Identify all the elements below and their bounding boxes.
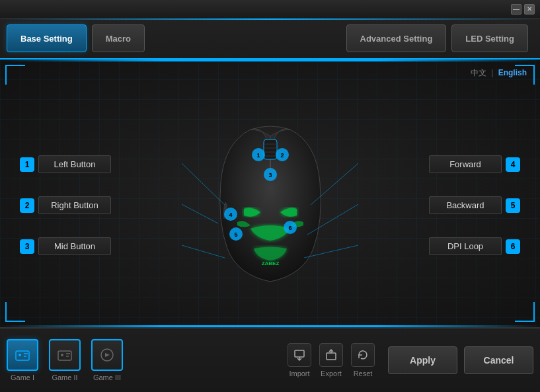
lang-en-button[interactable]: English [498, 68, 527, 77]
import-label: Import [288, 370, 311, 377]
lang-separator: | [491, 68, 493, 77]
button-4-label[interactable]: 4 Forward [429, 155, 520, 173]
button-4-name: Forward [429, 155, 502, 173]
profile-1-label: Game I [11, 373, 34, 381]
export-button[interactable] [319, 343, 343, 367]
macro-tab[interactable]: Macro [92, 24, 145, 52]
advanced-setting-tab[interactable]: Advanced Setting [346, 24, 447, 52]
action-buttons: Apply Cancel [388, 346, 533, 374]
button-5-num: 5 [506, 198, 520, 213]
svg-point-29 [61, 354, 63, 356]
profile-1-icon [7, 339, 38, 371]
svg-rect-28 [58, 351, 71, 360]
mouse-image: ZABEZ 1 2 3 4 5 6 [204, 116, 336, 288]
apply-button[interactable]: Apply [388, 346, 457, 374]
profile-game2[interactable]: Game II [49, 339, 81, 381]
minimize-button[interactable]: — [511, 4, 521, 15]
deco-top [0, 59, 540, 61]
button-6-name: DPI Loop [429, 237, 502, 255]
tools-row [288, 343, 375, 367]
button-5-name: Backward [429, 196, 502, 214]
svg-rect-24 [16, 351, 29, 360]
titlebar: — ✕ [0, 0, 540, 19]
svg-marker-33 [105, 353, 110, 357]
svg-rect-34 [295, 350, 304, 357]
svg-text:ZABEZ: ZABEZ [261, 260, 279, 266]
svg-text:2: 2 [280, 152, 284, 159]
import-button[interactable] [288, 343, 311, 367]
svg-text:1: 1 [256, 152, 260, 159]
corner-br [515, 302, 535, 322]
corner-tl [5, 65, 25, 85]
reset-button[interactable] [351, 343, 375, 367]
cancel-button[interactable]: Cancel [464, 346, 533, 374]
close-button[interactable]: ✕ [524, 4, 535, 15]
button-2-name: Right Button [38, 196, 111, 214]
profile-2-label: Game II [52, 373, 77, 381]
language-selector: 中文 | English [471, 67, 527, 79]
base-setting-tab[interactable]: Base Setting [7, 24, 87, 52]
button-1-name: Left Button [38, 155, 111, 173]
button-2-num: 2 [20, 198, 34, 213]
led-setting-tab[interactable]: LED Setting [451, 24, 528, 52]
bottombar: Game I Game II Game III [0, 327, 540, 392]
svg-point-25 [19, 354, 21, 356]
tools-labels: Import Export Reset [288, 370, 375, 377]
top-navigation: Base Setting Macro Advanced Setting LED … [0, 19, 540, 59]
svg-rect-36 [327, 353, 336, 360]
button-1-label[interactable]: 1 Left Button [20, 155, 111, 173]
svg-text:6: 6 [288, 225, 291, 231]
profile-2-icon [49, 339, 81, 371]
lang-cn-button[interactable]: 中文 [471, 68, 486, 77]
svg-text:5: 5 [234, 231, 237, 238]
button-3-label[interactable]: 3 Mid Button [20, 237, 111, 255]
button-6-num: 6 [506, 239, 520, 254]
profile-3-label: Game III [93, 373, 121, 381]
export-label: Export [319, 370, 343, 377]
main-area: 中文 | English [0, 59, 540, 327]
button-5-label[interactable]: 5 Backward [429, 196, 520, 214]
button-6-label[interactable]: 6 DPI Loop [429, 237, 520, 255]
button-2-label[interactable]: 2 Right Button [20, 196, 111, 214]
corner-bl [5, 302, 25, 322]
button-3-num: 3 [20, 239, 34, 254]
profile-game1[interactable]: Game I [7, 339, 38, 381]
svg-text:3: 3 [268, 172, 272, 178]
button-4-num: 4 [506, 157, 520, 172]
button-1-num: 1 [20, 157, 34, 172]
reset-label: Reset [351, 370, 375, 377]
button-3-name: Mid Button [38, 237, 111, 255]
svg-text:4: 4 [229, 212, 232, 218]
bottom-tools: Import Export Reset [288, 343, 375, 377]
profile-game3[interactable]: Game III [91, 339, 123, 381]
profile-3-icon [91, 339, 123, 371]
